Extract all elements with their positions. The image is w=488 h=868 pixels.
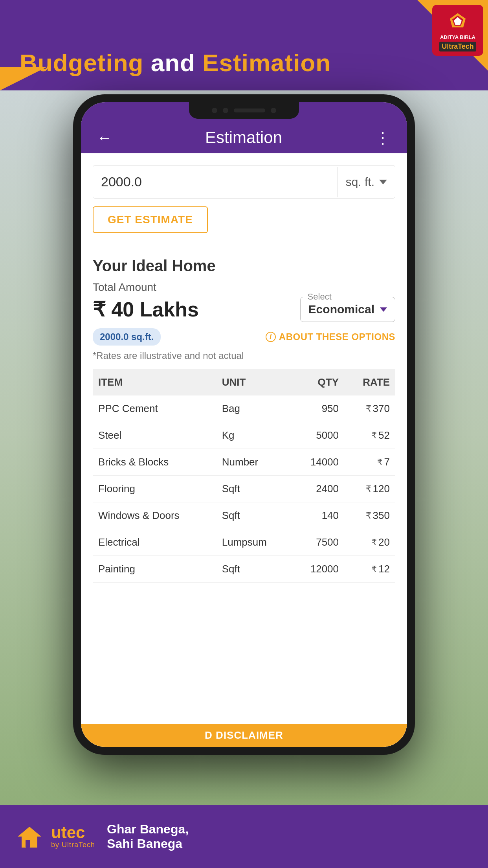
table-header-row: ITEM UNIT QTY RATE <box>93 369 395 395</box>
rupee-icon: ₹ <box>366 484 371 494</box>
utec-logo: utec by UltraTech <box>51 824 95 849</box>
cell-rate: ₹ 12 <box>344 556 395 583</box>
cell-rate: ₹ 7 <box>344 449 395 476</box>
cell-qty: 7500 <box>291 529 344 556</box>
rupee-icon: ₹ <box>371 430 377 441</box>
table-row: Windows & Doors Sqft 140 ₹ 350 <box>93 502 395 529</box>
phone-mockup: ← Estimation ⋮ sq. ft. GET ESTIMATE <box>73 94 415 755</box>
area-input-row: sq. ft. <box>93 165 395 199</box>
divider <box>93 249 395 249</box>
rate-value: 7 <box>384 456 390 468</box>
rupee-icon: ₹ <box>366 511 371 521</box>
cell-unit: Lumpsum <box>216 529 292 556</box>
cell-rate: ₹ 20 <box>344 529 395 556</box>
cell-unit: Sqft <box>216 476 292 502</box>
rate-value: 370 <box>373 403 390 415</box>
unit-select[interactable]: sq. ft. <box>338 167 395 197</box>
rate-value: 120 <box>373 483 390 495</box>
rate-value: 52 <box>378 429 390 441</box>
table-row: Bricks & Blocks Number 14000 ₹ 7 <box>93 449 395 476</box>
cell-item: Bricks & Blocks <box>93 449 216 476</box>
more-options-button[interactable]: ⋮ <box>375 129 391 147</box>
chevron-down-icon <box>379 180 387 184</box>
rate-value: 350 <box>373 509 390 522</box>
cell-item: Steel <box>93 422 216 449</box>
camera-right <box>271 108 276 113</box>
cell-item: Windows & Doors <box>93 502 216 529</box>
col-header-item: ITEM <box>93 369 216 395</box>
brand-name: ADITYA BIRLA <box>440 34 475 40</box>
select-label: Select <box>305 292 334 302</box>
phone-screen: ← Estimation ⋮ sq. ft. GET ESTIMATE <box>81 102 407 747</box>
title-connector: and <box>151 49 202 76</box>
col-header-rate: RATE <box>344 369 395 395</box>
cell-unit: Sqft <box>216 556 292 583</box>
cell-item: Painting <box>93 556 216 583</box>
header-banner: ADITYA BIRLA UltraTech Budgeting and Est… <box>0 0 488 90</box>
phone-notch <box>189 102 299 119</box>
amount-row: ₹ 40 Lakhs Select Economical <box>93 297 395 322</box>
unit-label: sq. ft. <box>346 175 374 189</box>
category-select[interactable]: Select Economical <box>300 297 395 322</box>
app-content: sq. ft. GET ESTIMATE Your Ideal Home Tot… <box>81 153 407 747</box>
about-options-link[interactable]: i ABOUT THESE OPTIONS <box>266 331 395 342</box>
cell-qty: 5000 <box>291 422 344 449</box>
rupee-icon: ₹ <box>377 457 383 467</box>
back-button[interactable]: ← <box>97 129 112 147</box>
estimate-table: ITEM UNIT QTY RATE PPC Cement Bag 950 ₹ … <box>93 369 395 583</box>
cell-unit: Number <box>216 449 292 476</box>
col-header-unit: UNIT <box>216 369 292 395</box>
rupee-icon: ₹ <box>366 404 371 414</box>
title-part2: Estimation <box>202 49 331 76</box>
table-row: Painting Sqft 12000 ₹ 12 <box>93 556 395 583</box>
rates-note: *Rates are illustrative and not actual <box>93 350 395 361</box>
phone-frame: ← Estimation ⋮ sq. ft. GET ESTIMATE <box>73 94 415 755</box>
cell-rate: ₹ 350 <box>344 502 395 529</box>
about-options-label: ABOUT THESE OPTIONS <box>279 331 395 342</box>
area-input[interactable] <box>93 166 338 198</box>
footer-bar: utec by UltraTech Ghar Banega, Sahi Bane… <box>0 805 488 868</box>
rupee-icon: ₹ <box>371 537 377 548</box>
title-part1: Budgeting <box>20 49 144 76</box>
house-icon <box>16 825 43 848</box>
get-estimate-button[interactable]: GET ESTIMATE <box>93 206 208 233</box>
speaker <box>234 108 265 112</box>
cell-item: PPC Cement <box>93 395 216 422</box>
cell-unit: Bag <box>216 395 292 422</box>
page-title: Budgeting and Estimation <box>20 49 331 77</box>
table-row: Flooring Sqft 2400 ₹ 120 <box>93 476 395 502</box>
total-amount: ₹ 40 Lakhs <box>93 298 199 321</box>
svg-rect-5 <box>26 840 30 848</box>
info-icon: i <box>266 332 276 342</box>
section-title: Your Ideal Home <box>93 257 395 275</box>
utec-subtitle: by UltraTech <box>51 841 95 849</box>
cell-unit: Kg <box>216 422 292 449</box>
table-row: Electrical Lumpsum 7500 ₹ 20 <box>93 529 395 556</box>
rate-value: 12 <box>378 563 390 575</box>
disclaimer-strip[interactable]: D DISCLAIMER <box>81 724 407 747</box>
cell-qty: 2400 <box>291 476 344 502</box>
product-name: UltraTech <box>439 42 476 51</box>
cell-rate: ₹ 370 <box>344 395 395 422</box>
cell-qty: 14000 <box>291 449 344 476</box>
rupee-icon: ₹ <box>371 564 377 574</box>
table-row: Steel Kg 5000 ₹ 52 <box>93 422 395 449</box>
cell-item: Flooring <box>93 476 216 502</box>
camera-left <box>212 108 217 113</box>
meta-row: 2000.0 sq.ft. i ABOUT THESE OPTIONS <box>93 328 395 346</box>
rate-value: 20 <box>378 536 390 548</box>
app-title: Estimation <box>205 128 282 147</box>
sqft-badge: 2000.0 sq.ft. <box>93 328 161 346</box>
camera-center <box>223 108 228 113</box>
footer-tagline: Ghar Banega, Sahi Banega <box>107 822 189 851</box>
select-chevron-icon <box>380 307 387 312</box>
total-label: Total Amount <box>93 281 395 294</box>
cell-qty: 950 <box>291 395 344 422</box>
cell-qty: 12000 <box>291 556 344 583</box>
cell-item: Electrical <box>93 529 216 556</box>
select-value: Economical <box>308 303 374 316</box>
cell-rate: ₹ 120 <box>344 476 395 502</box>
table-row: PPC Cement Bag 950 ₹ 370 <box>93 395 395 422</box>
col-header-qty: QTY <box>291 369 344 395</box>
cell-rate: ₹ 52 <box>344 422 395 449</box>
